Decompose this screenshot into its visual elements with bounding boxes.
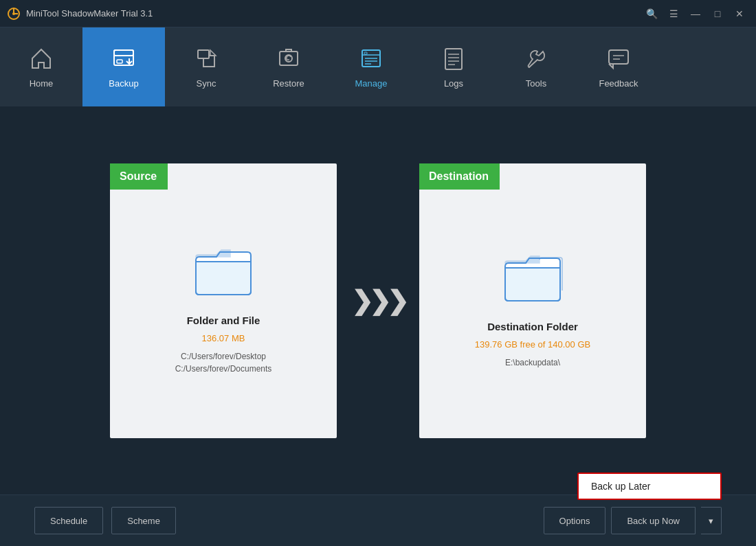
backup-icon (111, 46, 136, 74)
destination-title: Destination Folder (487, 321, 578, 332)
nav-label-tools: Tools (526, 78, 546, 89)
svg-rect-5 (198, 50, 209, 58)
navigation-bar: Home Backup Sync (0, 27, 756, 106)
nav-label-home: Home (30, 78, 54, 89)
svg-rect-14 (445, 49, 462, 69)
source-label: Source (110, 163, 168, 190)
manage-icon (359, 46, 383, 74)
minimize-button[interactable]: — (686, 6, 705, 21)
scheme-button[interactable]: Scheme (111, 507, 176, 534)
source-folder-icon (192, 247, 254, 301)
nav-label-sync: Sync (197, 78, 216, 89)
search-button[interactable]: 🔍 (642, 6, 661, 21)
bottom-left-buttons: Schedule Scheme (34, 507, 176, 534)
arrow-container: ❯❯❯ (337, 286, 419, 316)
forward-arrow-icon: ❯❯❯ (351, 286, 405, 316)
nav-item-logs[interactable]: Logs (412, 27, 495, 106)
backup-dropdown-menu: Back up Later (577, 473, 722, 500)
backup-later-item[interactable]: Back up Later (579, 474, 720, 499)
nav-item-backup[interactable]: Backup (82, 27, 165, 106)
maximize-button[interactable]: □ (708, 6, 727, 21)
backup-dropdown-button[interactable]: ▾ (701, 507, 722, 534)
tools-icon (524, 46, 548, 74)
destination-card[interactable]: Destination Destination Folder 139.76 GB… (419, 163, 646, 438)
close-button[interactable]: ✕ (730, 6, 749, 21)
destination-card-header: Destination (419, 163, 500, 190)
source-path-2: C:/Users/forev/Documents (175, 363, 272, 375)
menu-button[interactable]: ☰ (664, 6, 683, 21)
nav-label-backup: Backup (109, 78, 138, 89)
svg-rect-13 (364, 52, 367, 54)
restore-icon (276, 46, 301, 74)
source-paths: C:/Users/forev/Desktop C:/Users/forev/Do… (175, 350, 272, 375)
nav-label-manage: Manage (355, 78, 388, 89)
destination-label: Destination (419, 163, 500, 190)
feedback-icon (606, 46, 631, 74)
svg-rect-19 (609, 50, 628, 64)
backup-now-button[interactable]: Back up Now (611, 507, 696, 534)
title-bar: MiniTool ShadowMaker Trial 3.1 🔍 ☰ — □ ✕ (0, 0, 756, 27)
svg-rect-6 (280, 52, 298, 65)
bottom-bar: Schedule Scheme Options Back up Now ▾ Ba… (0, 494, 756, 546)
home-icon (29, 46, 54, 74)
nav-item-manage[interactable]: Manage (330, 27, 412, 106)
app-title: MiniTool ShadowMaker Trial 3.1 (26, 8, 153, 19)
nav-item-feedback[interactable]: Feedback (577, 27, 660, 106)
source-size: 136.07 MB (202, 333, 245, 343)
nav-item-restore[interactable]: Restore (247, 27, 330, 106)
source-path-1: C:/Users/forev/Desktop (175, 350, 272, 363)
window-controls: 🔍 ☰ — □ ✕ (642, 6, 749, 21)
logs-icon (441, 46, 466, 74)
nav-item-home[interactable]: Home (0, 27, 82, 106)
svg-rect-3 (114, 50, 133, 56)
destination-folder-icon (502, 253, 564, 307)
svg-point-1 (12, 12, 15, 15)
title-bar-left: MiniTool ShadowMaker Trial 3.1 (7, 7, 153, 21)
nav-item-tools[interactable]: Tools (495, 27, 577, 106)
options-button[interactable]: Options (544, 507, 606, 534)
app-logo-icon (7, 7, 21, 21)
destination-path: E:\backupdata\ (505, 356, 560, 369)
main-content: Source Folder and File 136.07 MB C:/User… (0, 106, 756, 494)
nav-label-restore: Restore (273, 78, 304, 89)
source-title: Folder and File (187, 315, 260, 326)
destination-free-space: 139.76 GB free of 140.00 GB (475, 339, 590, 350)
svg-rect-4 (117, 60, 122, 63)
source-card[interactable]: Source Folder and File 136.07 MB C:/User… (110, 163, 337, 438)
nav-label-logs: Logs (444, 78, 463, 89)
nav-label-feedback: Feedback (599, 78, 638, 89)
bottom-right-buttons: Options Back up Now ▾ Back up Later (544, 507, 722, 534)
source-card-header: Source (110, 163, 168, 190)
sync-icon (194, 46, 219, 74)
schedule-button[interactable]: Schedule (34, 507, 103, 534)
nav-item-sync[interactable]: Sync (165, 27, 247, 106)
